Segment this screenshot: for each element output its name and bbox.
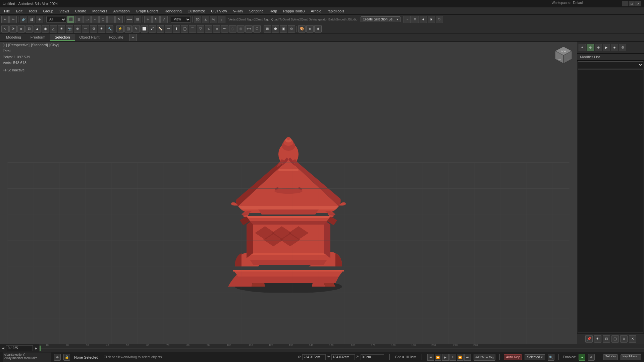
render-button[interactable]: ⬡: [436, 16, 443, 23]
timeline-prev-button[interactable]: ◀: [0, 345, 6, 351]
menu-arnold[interactable]: Arnold: [308, 8, 324, 14]
menu-scripting[interactable]: Scripting: [247, 8, 266, 14]
shell-btn[interactable]: ⬡: [253, 25, 261, 33]
project-btn[interactable]: ▣: [280, 25, 287, 33]
menu-edit[interactable]: Edit: [13, 8, 25, 14]
motion-panel-button[interactable]: ▶: [603, 44, 610, 51]
rotate-button[interactable]: ↻: [152, 16, 160, 23]
ffd-btn[interactable]: ⬜: [141, 25, 148, 33]
mirror-button[interactable]: ⟺: [126, 16, 133, 23]
unwrap-btn[interactable]: ⊞: [264, 25, 271, 33]
tab-modeling[interactable]: Modeling: [1, 34, 26, 41]
skin-btn[interactable]: 🦴: [157, 25, 164, 33]
object-type-btn[interactable]: ▲: [34, 25, 41, 33]
auto-key-button[interactable]: Auto Key: [504, 354, 522, 360]
remove-modifier-button[interactable]: ✕: [629, 335, 636, 343]
menu-graph-editors[interactable]: Graph Editors: [133, 8, 161, 14]
align-button[interactable]: ⊟: [134, 16, 141, 23]
push-btn[interactable]: ⬆: [173, 25, 180, 33]
systems-btn[interactable]: ⚙: [90, 25, 97, 33]
focus-btn[interactable]: ◉: [314, 25, 322, 33]
view-dropdown[interactable]: View: [171, 16, 191, 23]
render-setup-button[interactable]: ▣: [428, 16, 435, 23]
spacewarps-btn[interactable]: 〰: [82, 25, 89, 33]
select-object-button[interactable]: ⬛: [67, 16, 74, 23]
bend-btn[interactable]: ⌒: [189, 25, 196, 33]
display-panel-button[interactable]: ◈: [611, 44, 618, 51]
tab-freeform[interactable]: Freeform: [26, 34, 50, 41]
move-button[interactable]: ✛: [144, 16, 152, 23]
noise-btn[interactable]: ≋: [213, 25, 220, 33]
obj-rotate-btn[interactable]: ⟳: [9, 25, 17, 33]
modifier-list-dropdown[interactable]: [578, 61, 643, 68]
menu-tools[interactable]: Tools: [26, 8, 40, 14]
menu-vray[interactable]: V-Ray: [230, 8, 246, 14]
uvwmap-btn[interactable]: ⬣: [272, 25, 279, 33]
viewport[interactable]: [+] [Perspective] [Standard] [Clay] Tota…: [0, 42, 577, 344]
snap-angle-button[interactable]: ∠: [202, 16, 209, 23]
meshsmooth-btn[interactable]: ◎: [237, 25, 245, 33]
timeline-next-button[interactable]: ▶: [33, 345, 39, 351]
make-unique-button[interactable]: ⊕: [620, 335, 628, 343]
relax-btn[interactable]: 〜: [165, 25, 172, 33]
menu-modifiers[interactable]: Modifiers: [90, 8, 110, 14]
go-to-start-button[interactable]: ⏮: [427, 354, 434, 361]
snap-percent-button[interactable]: %: [210, 16, 217, 23]
lock-icon[interactable]: 🔒: [63, 354, 70, 361]
hierarchy-panel-button[interactable]: ⊕: [595, 44, 602, 51]
selected-dropdown[interactable]: Selected ▾: [525, 354, 545, 360]
snap-spinner-button[interactable]: ↕: [218, 16, 225, 23]
play-button[interactable]: ▶: [442, 354, 449, 361]
xform-btn[interactable]: ⚡: [116, 25, 124, 33]
unlink-button[interactable]: ⛓: [28, 16, 35, 23]
helpers-btn[interactable]: ⊕: [74, 25, 81, 33]
tab-populate[interactable]: Populate: [104, 34, 128, 41]
utils-btn[interactable]: 🔧: [106, 25, 113, 33]
link-button[interactable]: 🔗: [20, 16, 27, 23]
snap-toggle-button[interactable]: 3D: [194, 16, 201, 23]
show-original-button[interactable]: ◫: [611, 335, 619, 343]
menu-views[interactable]: Views: [57, 8, 72, 14]
go-to-end-button[interactable]: ⏭: [464, 354, 471, 361]
paint-select-button[interactable]: ✎: [115, 16, 123, 23]
lights-btn[interactable]: ☀: [58, 25, 65, 33]
lasso-select-button[interactable]: ⌒: [107, 16, 115, 23]
wave-btn[interactable]: 〜: [221, 25, 228, 33]
create-panel-button[interactable]: +: [579, 44, 586, 51]
key-filters-button[interactable]: Key Filters...: [621, 354, 641, 360]
show-result-button[interactable]: 👁: [594, 335, 601, 343]
select-region-btn[interactable]: ⊡: [25, 25, 33, 33]
menu-animation[interactable]: Animation: [111, 8, 132, 14]
display-btn[interactable]: 👁: [98, 25, 105, 33]
isolate-btn[interactable]: ◈: [306, 25, 314, 33]
viewport-standard[interactable]: [Standard]: [31, 43, 48, 47]
set-key-button[interactable]: Set Key: [603, 354, 618, 360]
bind-button[interactable]: ⊕: [36, 16, 43, 23]
bake-btn[interactable]: ⊙: [288, 25, 295, 33]
turbosmooth-btn[interactable]: ◌: [229, 25, 236, 33]
curves-editor-button[interactable]: 〜: [404, 16, 411, 23]
material-editor-button[interactable]: ◆: [420, 16, 427, 23]
menu-customize[interactable]: Customize: [185, 8, 208, 14]
prev-frame-button[interactable]: ⏪: [435, 354, 441, 361]
menu-rappatools[interactable]: RappaTools3: [280, 8, 307, 14]
editpoly-btn[interactable]: ◫: [124, 25, 132, 33]
rectangular-select-button[interactable]: ▭: [83, 16, 91, 23]
menu-rendering[interactable]: Rendering: [162, 8, 184, 14]
geometry-btn[interactable]: ◉: [42, 25, 49, 33]
tab-selection[interactable]: Selection: [50, 34, 74, 41]
viewport-cube[interactable]: TOP FR RT: [553, 45, 574, 65]
undo-button[interactable]: ↩: [1, 16, 9, 23]
minimize-button[interactable]: —: [622, 1, 628, 6]
next-frame-button[interactable]: ⏩: [457, 354, 464, 361]
tab-object-paint[interactable]: Object Paint: [75, 34, 104, 41]
create-selection-button[interactable]: Create Selection Se... ▾: [361, 16, 400, 22]
select-by-name-button[interactable]: ☰: [75, 16, 83, 23]
menu-help[interactable]: Help: [267, 8, 280, 14]
maximize-button[interactable]: □: [629, 1, 635, 6]
window-controls[interactable]: — □ ✕: [622, 1, 641, 6]
pin-stack-button[interactable]: 📌: [585, 335, 593, 343]
utilities-panel-button[interactable]: ⚙: [619, 44, 626, 51]
obj-move-btn[interactable]: ↖: [1, 25, 9, 33]
paint-deform-btn[interactable]: 🖌: [149, 25, 156, 33]
